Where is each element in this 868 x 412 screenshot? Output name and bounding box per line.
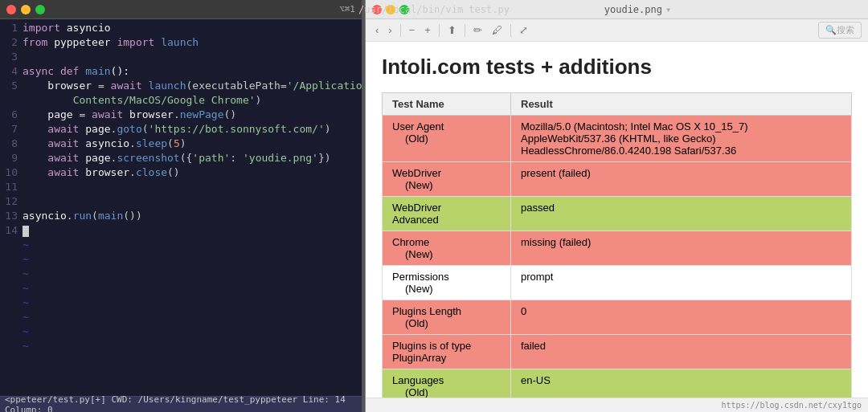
toolbar-separator-4 <box>510 24 511 37</box>
tilde-2: ~ <box>0 252 362 267</box>
table-row: Plugins Length(Old) 0 <box>383 300 852 335</box>
toolbar-separator-2 <box>439 24 440 37</box>
zoom-in-button[interactable]: + <box>421 22 434 38</box>
code-line-9: 9 await page.screenshot({'path': 'youdie… <box>0 151 362 165</box>
test-name-cell: Plugins is of typePluginArray <box>383 335 511 369</box>
test-name-cell: Plugins Length(Old) <box>383 300 511 335</box>
result-cell: missing (failed) <box>511 231 852 266</box>
test-name-cell: Permissions(New) <box>383 266 511 300</box>
back-button[interactable]: ‹ <box>372 22 382 38</box>
tilde-7: ~ <box>0 324 362 339</box>
table-row: Plugins is of typePluginArray failed <box>383 335 852 369</box>
code-line-5: 5 browser = await launch(executablePath=… <box>0 79 362 93</box>
test-name-cell: Chrome(New) <box>383 231 511 266</box>
toolbar-separator-1 <box>400 24 401 37</box>
tilde-1: ~ <box>0 238 362 252</box>
result-cell: passed <box>511 197 852 231</box>
code-line-5b: Contents/MacOS/Google Chrome') <box>0 93 362 108</box>
toolbar-separator-3 <box>465 24 465 37</box>
browser-toolbar: ‹ › − + ⬆ ✏ 🖊 ⤢ 🔍 搜索 <box>366 19 868 42</box>
results-table: Test Name Result User Agent(Old) Mozilla… <box>382 92 852 398</box>
vim-traffic-lights <box>6 5 45 14</box>
code-line-3: 3 <box>0 50 362 64</box>
result-cell: failed <box>511 335 852 369</box>
code-line-13: 13 asyncio.run(main()) <box>0 209 362 223</box>
result-cell: 0 <box>511 300 852 335</box>
test-name-cell: User Agent(Old) <box>383 116 511 162</box>
edit-button[interactable]: ✏ <box>470 22 485 38</box>
test-name-cell: Languages(Old) <box>383 369 511 398</box>
browser-status-url: https://blog.csdn.net/cxy1tgo <box>721 401 862 410</box>
result-cell: present (failed) <box>511 162 852 197</box>
share-button[interactable]: ⬆ <box>444 22 460 38</box>
code-line-2: 2 from pyppeteer import launch <box>0 35 362 50</box>
result-cell: prompt <box>511 266 852 300</box>
tilde-4: ~ <box>0 281 362 296</box>
zoom-fit-button[interactable]: ⤢ <box>516 22 531 38</box>
table-row: User Agent(Old) Mozilla/5.0 (Macintosh; … <box>383 116 852 162</box>
code-line-10: 10 await browser.close() <box>0 165 362 180</box>
minimize-button[interactable] <box>21 5 31 14</box>
tilde-3: ~ <box>0 267 362 281</box>
table-row: Languages(Old) en-US <box>383 369 852 398</box>
code-line-6: 6 page = await browser.newPage() <box>0 108 362 122</box>
search-button[interactable]: 🔍 搜索 <box>818 22 862 39</box>
vim-code-area[interactable]: 1 import asyncio 2 from pyppeteer import… <box>0 19 362 396</box>
vim-editor-panel: /usr/local/bin/vim test.py ⌥⌘1 1 import … <box>0 0 362 412</box>
table-row: Chrome(New) missing (failed) <box>383 231 852 266</box>
forward-button[interactable]: › <box>385 22 395 38</box>
browser-panel: youdie.png ▾ ‹ › − + ⬆ ✏ 🖊 ⤢ 🔍 搜索 Intoli… <box>365 0 868 412</box>
col-header-result: Result <box>511 93 852 116</box>
maximize-button[interactable] <box>35 5 45 14</box>
annotate-button[interactable]: 🖊 <box>489 22 506 38</box>
tilde-8: ~ <box>0 339 362 353</box>
table-row: Permissions(New) prompt <box>383 266 852 300</box>
tilde-5: ~ <box>0 296 362 310</box>
result-cell: Mozilla/5.0 (Macintosh; Intel Mac OS X 1… <box>511 116 852 162</box>
code-line-4: 4 async def main(): <box>0 64 362 79</box>
test-name-cell: WebDriverAdvanced <box>383 197 511 231</box>
code-line-7: 7 await page.goto('https://bot.sonnysoft… <box>0 122 362 137</box>
close-button[interactable] <box>6 5 16 14</box>
browser-statusbar: https://blog.csdn.net/cxy1tgo <box>366 398 868 412</box>
vim-titlebar: /usr/local/bin/vim test.py ⌥⌘1 <box>0 0 362 19</box>
test-name-cell: WebDriver(New) <box>383 162 511 197</box>
col-header-test: Test Name <box>383 93 511 116</box>
page-title: Intoli.com tests + additions <box>382 55 852 80</box>
table-row: WebDriver(New) present (failed) <box>383 162 852 197</box>
code-line-14: 14 <box>0 223 362 238</box>
table-row: WebDriverAdvanced passed <box>383 197 852 231</box>
zoom-out-button[interactable]: − <box>406 22 419 38</box>
result-cell: en-US <box>511 369 852 398</box>
code-line-8: 8 await asyncio.sleep(5) <box>0 137 362 151</box>
table-header-row: Test Name Result <box>383 93 852 116</box>
vim-statusbar: <ppeteer/test.py[+] CWD: /Users/kingname… <box>0 396 362 412</box>
tilde-6: ~ <box>0 310 362 324</box>
browser-content-area[interactable]: Intoli.com tests + additions Test Name R… <box>366 42 868 398</box>
vim-window-title: /usr/local/bin/vim test.py <box>358 4 510 15</box>
search-icon: 🔍 <box>825 25 837 35</box>
code-line-12: 12 <box>0 194 362 209</box>
code-line-1: 1 import asyncio <box>0 21 362 35</box>
vim-tab-info: ⌥⌘1 <box>339 4 355 14</box>
vim-status-text: <ppeteer/test.py[+] CWD: /Users/kingname… <box>5 394 357 413</box>
code-line-11: 11 <box>0 180 362 194</box>
